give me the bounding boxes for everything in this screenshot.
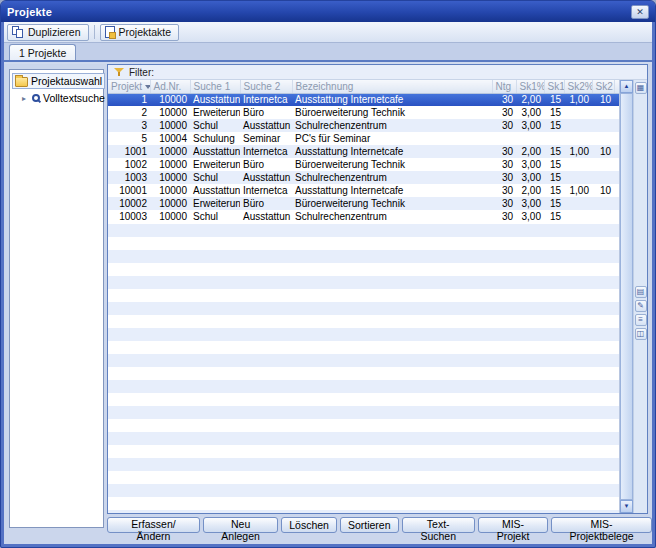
tree-item-projektauswahl[interactable]: Projektauswahl (12, 73, 105, 89)
table-cell[interactable]: 3,00 (516, 119, 544, 132)
table-cell[interactable]: 30 (492, 171, 516, 184)
scroll-up-button[interactable]: ▲ (620, 80, 633, 93)
scrollbar-thumb[interactable] (620, 93, 633, 500)
table-cell[interactable]: 10 (592, 93, 614, 106)
table-cell[interactable] (592, 132, 614, 145)
table-cell[interactable]: 15 (544, 158, 564, 171)
table-row[interactable]: 100210000ErweiterunBüroBüroerweiterung T… (108, 158, 621, 171)
table-cell[interactable]: 3 (108, 119, 150, 132)
sortieren-button[interactable]: Sortieren (340, 517, 399, 533)
column-chooser-icon[interactable]: ▦ (635, 82, 647, 94)
table-cell[interactable]: 3,00 (516, 171, 544, 184)
col-header-suche2[interactable]: Suche 2 (240, 80, 292, 93)
table-cell[interactable]: 30 (492, 93, 516, 106)
erfassen-aendern-button[interactable]: Erfassen/Ändern (107, 517, 200, 533)
table-row[interactable]: 1000110000AusstattunInternetcaAusstattun… (108, 184, 621, 197)
tree-item-volltextsuche[interactable]: ▸ Volltextsuche (20, 91, 101, 105)
table-cell[interactable]: 10000 (150, 197, 190, 210)
col-header-sk2p[interactable]: Sk2% (564, 80, 592, 93)
table-row[interactable]: 110000AusstattunInternetcaAusstattung In… (108, 93, 621, 106)
vertical-scrollbar[interactable]: ▲ ▼ (619, 80, 632, 513)
table-cell[interactable]: 15 (544, 145, 564, 158)
table-row[interactable]: 510004SchulungSeminarPC's für Seminar (108, 132, 621, 145)
tab-projekte[interactable]: 1 Projekte (9, 44, 76, 60)
table-cell[interactable]: Erweiterun (190, 106, 240, 119)
table-cell[interactable]: PC's für Seminar (292, 132, 492, 145)
table-cell[interactable]: 15 (544, 210, 564, 223)
neu-anlegen-button[interactable]: Neu Anlegen (203, 517, 278, 533)
table-cell[interactable] (564, 132, 592, 145)
table-cell[interactable]: 10004 (150, 132, 190, 145)
table-cell[interactable]: Ausstattung Internetcafe (292, 145, 492, 158)
table-cell[interactable]: Ausstattun (240, 171, 292, 184)
table-cell[interactable]: Internetca (240, 145, 292, 158)
table-cell[interactable] (592, 106, 614, 119)
close-button[interactable]: ✕ (631, 5, 649, 19)
table-cell[interactable]: 10000 (150, 171, 190, 184)
table-cell[interactable]: 10003 (108, 210, 150, 223)
table-cell[interactable]: Ausstattung Internetcafe (292, 184, 492, 197)
table-cell[interactable]: 30 (492, 119, 516, 132)
table-cell[interactable]: 5 (108, 132, 150, 145)
table-cell[interactable]: 3,00 (516, 158, 544, 171)
table-cell[interactable]: 10000 (150, 145, 190, 158)
table-cell[interactable]: 15 (544, 93, 564, 106)
table-row[interactable]: 210000ErweiterunBüroBüroerweiterung Tech… (108, 106, 621, 119)
table-cell[interactable]: Büro (240, 106, 292, 119)
table-cell[interactable]: 10000 (150, 119, 190, 132)
table-cell[interactable] (564, 210, 592, 223)
table-cell[interactable]: 10001 (108, 184, 150, 197)
table-cell[interactable]: 15 (544, 171, 564, 184)
table-cell[interactable]: Ausstattun (190, 145, 240, 158)
table-cell[interactable]: Ausstattun (240, 119, 292, 132)
table-cell[interactable]: Büroerweiterung Technik (292, 106, 492, 119)
table-cell[interactable]: 10000 (150, 158, 190, 171)
table-cell[interactable]: 30 (492, 106, 516, 119)
table-cell[interactable]: Ausstattung Internetcafe (292, 93, 492, 106)
table-cell[interactable]: Schulung (190, 132, 240, 145)
table-cell[interactable]: 1002 (108, 158, 150, 171)
table-cell[interactable] (492, 132, 516, 145)
table-cell[interactable] (564, 158, 592, 171)
table-cell[interactable]: 3,00 (516, 210, 544, 223)
scroll-down-button[interactable]: ▼ (620, 500, 633, 513)
table-cell[interactable] (564, 197, 592, 210)
table-cell[interactable]: 30 (492, 158, 516, 171)
table-cell[interactable]: Schulrechenzentrum (292, 119, 492, 132)
table-row[interactable]: 100110000AusstattunInternetcaAusstattung… (108, 145, 621, 158)
mis-projekt-button[interactable]: MIS-Projekt (478, 517, 548, 533)
loeschen-button[interactable]: Löschen (281, 517, 337, 533)
table-cell[interactable]: Ausstattun (240, 210, 292, 223)
table-cell[interactable] (564, 119, 592, 132)
col-header-sk2[interactable]: Sk2 (592, 80, 614, 93)
table-cell[interactable]: Schulrechenzentrum (292, 171, 492, 184)
table-cell[interactable]: 30 (492, 197, 516, 210)
table-cell[interactable]: 15 (544, 106, 564, 119)
col-header-adnr[interactable]: Ad.Nr. (150, 80, 190, 93)
text-suchen-button[interactable]: Text-Suchen (402, 517, 475, 533)
table-cell[interactable] (592, 171, 614, 184)
table-cell[interactable]: Büro (240, 158, 292, 171)
table-cell[interactable]: 1001 (108, 145, 150, 158)
table-cell[interactable]: Erweiterun (190, 158, 240, 171)
table-row[interactable]: 310000SchulAusstattunSchulrechenzentrum3… (108, 119, 621, 132)
table-cell[interactable]: Schulrechenzentrum (292, 210, 492, 223)
col-header-suche1[interactable]: Suche 1 (190, 80, 240, 93)
table-row[interactable]: 1000210000ErweiterunBüroBüroerweiterung … (108, 197, 621, 210)
table-cell[interactable]: 10 (592, 184, 614, 197)
table-cell[interactable]: 10000 (150, 184, 190, 197)
table-cell[interactable] (544, 132, 564, 145)
table-cell[interactable]: 1003 (108, 171, 150, 184)
table-cell[interactable]: 30 (492, 145, 516, 158)
table-cell[interactable]: Büro (240, 197, 292, 210)
table-cell[interactable]: Ausstattun (190, 93, 240, 106)
table-cell[interactable] (592, 197, 614, 210)
duplizieren-button[interactable]: Duplizieren (7, 24, 89, 41)
chevron-right-icon[interactable]: ▸ (22, 94, 29, 103)
table-row[interactable]: 1000310000SchulAusstattunSchulrechenzent… (108, 210, 621, 223)
col-header-bezeichnung[interactable]: Bezeichnung (292, 80, 492, 93)
table-cell[interactable]: 10000 (150, 106, 190, 119)
table-cell[interactable] (592, 158, 614, 171)
table-cell[interactable] (564, 106, 592, 119)
table-cell[interactable]: 1 (108, 93, 150, 106)
